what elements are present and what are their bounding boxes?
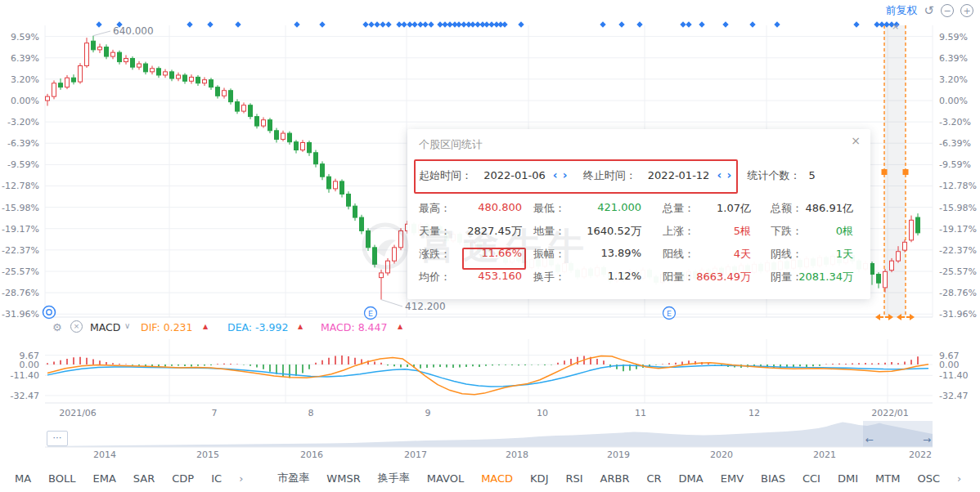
event-dot[interactable] bbox=[853, 21, 859, 27]
toolbar-item-KDJ[interactable]: KDJ bbox=[530, 472, 548, 485]
undo-icon[interactable]: ↺ bbox=[924, 5, 934, 17]
event-dot[interactable] bbox=[96, 21, 101, 27]
svg-text:E: E bbox=[667, 309, 672, 318]
start-next-chevron-icon[interactable]: › bbox=[562, 168, 569, 181]
dea-up-triangle-icon: ▲ bbox=[298, 323, 303, 330]
macd-value: MACD: 8.447 bbox=[321, 321, 387, 333]
stat-value: 11.66% bbox=[424, 247, 522, 259]
event-marker-e[interactable]: E bbox=[365, 307, 377, 320]
toolbar-item-EMV[interactable]: EMV bbox=[721, 472, 744, 485]
timeline-year-label: 2016 bbox=[300, 450, 323, 460]
event-marker-e[interactable]: E bbox=[663, 307, 676, 320]
popup-close-icon[interactable]: × bbox=[851, 134, 861, 147]
toolbar-item-ARBR[interactable]: ARBR bbox=[600, 472, 630, 485]
timeline-selection-right-arrow[interactable]: → bbox=[923, 434, 931, 445]
interval-stats-icon[interactable] bbox=[43, 306, 56, 319]
toolbar-item-MAVOL[interactable]: MAVOL bbox=[427, 472, 464, 485]
toolbar-chevron-icon[interactable]: › bbox=[239, 472, 243, 485]
end-next-chevron-icon[interactable]: › bbox=[726, 168, 732, 181]
toolbar-item-CCI[interactable]: CCI bbox=[802, 472, 820, 485]
stat-value: 2081.34万 bbox=[755, 270, 853, 284]
y-axis-tick: -12.78% bbox=[0, 181, 39, 191]
toolbar-item-CDP[interactable]: CDP bbox=[172, 472, 194, 485]
event-dot[interactable] bbox=[385, 21, 391, 27]
start-prev-chevron-icon[interactable]: ‹ bbox=[552, 168, 559, 181]
toolbar-item-CR[interactable]: CR bbox=[646, 472, 661, 485]
stat-value: 4天 bbox=[653, 247, 751, 262]
toolbar-item-BIAS[interactable]: BIAS bbox=[761, 472, 785, 485]
event-dot[interactable] bbox=[722, 21, 728, 27]
toolbar-item-RSI[interactable]: RSI bbox=[565, 472, 582, 485]
event-dot[interactable] bbox=[749, 21, 755, 27]
event-dot[interactable] bbox=[774, 21, 780, 27]
toolbar-item-IC[interactable]: IC bbox=[211, 472, 222, 485]
x-axis-label: 7 bbox=[212, 408, 218, 418]
event-dot[interactable] bbox=[422, 21, 428, 27]
y-axis-tick: 9.59% bbox=[0, 32, 39, 42]
event-dot[interactable] bbox=[187, 21, 192, 27]
event-dot[interactable] bbox=[235, 21, 241, 27]
toolbar-item-EMA[interactable]: EMA bbox=[93, 472, 116, 485]
y-axis-tick: 3.20% bbox=[0, 74, 39, 85]
event-dot[interactable] bbox=[411, 21, 417, 27]
toolbar-item-MACD[interactable]: MACD bbox=[481, 472, 513, 485]
dif-value: DIF: 0.231 bbox=[141, 321, 193, 333]
toolbar-item-DMA[interactable]: DMA bbox=[679, 472, 704, 485]
zoom-out-icon[interactable]: − bbox=[941, 4, 954, 17]
y-axis-tick: -3.20% bbox=[0, 117, 39, 127]
toolbar-item-市盈率[interactable]: 市盈率 bbox=[277, 471, 309, 485]
chevron-down-icon[interactable]: ∨ bbox=[124, 321, 130, 330]
selection-handle-left[interactable] bbox=[882, 169, 888, 175]
macd-sub-chart[interactable] bbox=[0, 329, 980, 410]
indicator-settings-gear-icon[interactable]: ⚙ bbox=[52, 321, 62, 333]
toolbar-item-MTM[interactable]: MTM bbox=[875, 472, 900, 485]
event-dot[interactable] bbox=[618, 21, 624, 27]
macd-indicator-bar: ⚙ × MACD ∨ DIF: 0.231 ▲ DEA: -3.992 ▲ MA… bbox=[0, 319, 980, 338]
toolbar-item-OSC[interactable]: OSC bbox=[917, 472, 940, 485]
toolbar-chevron-icon[interactable]: › bbox=[957, 472, 961, 485]
zoom-in-icon[interactable]: + bbox=[960, 4, 973, 17]
toolbar-item-SAR[interactable]: SAR bbox=[133, 472, 155, 485]
event-dot[interactable] bbox=[686, 21, 691, 27]
indicator-name[interactable]: MACD bbox=[90, 321, 120, 333]
x-axis-label: 2021/06 bbox=[59, 408, 97, 418]
stock-chart-window: 前复权 ↺ − + ×640.000412.200EE 9.59%6.39%3.… bbox=[0, 0, 980, 492]
toolbar-item-WMSR[interactable]: WMSR bbox=[326, 472, 360, 485]
y-axis-tick: 6.39% bbox=[939, 53, 968, 64]
event-dot[interactable] bbox=[428, 21, 434, 27]
event-dot[interactable] bbox=[518, 21, 524, 27]
event-dot[interactable] bbox=[362, 21, 368, 27]
selection-close-icon[interactable]: × bbox=[892, 21, 899, 32]
stat-value: 421.000 bbox=[543, 201, 641, 213]
event-dot[interactable] bbox=[699, 21, 704, 27]
event-dot[interactable] bbox=[600, 21, 605, 27]
toolbar-item-DMI[interactable]: DMI bbox=[838, 472, 858, 485]
indicator-close-icon[interactable]: × bbox=[70, 320, 83, 333]
chart-top-controls: 前复权 ↺ − + bbox=[885, 3, 973, 18]
toolbar-item-MA[interactable]: MA bbox=[15, 472, 31, 485]
selection-handle-right[interactable] bbox=[903, 169, 909, 175]
timeline-year-label: 2015 bbox=[196, 450, 219, 460]
toolbar-item-BOLL[interactable]: BOLL bbox=[48, 472, 75, 485]
timeline-more-button[interactable]: ⋯ bbox=[47, 431, 68, 446]
event-dot[interactable] bbox=[636, 21, 642, 27]
event-dot[interactable] bbox=[680, 21, 686, 27]
event-dot[interactable] bbox=[501, 21, 507, 27]
y-axis-tick: -22.37% bbox=[939, 245, 977, 256]
timeline-year-label: 2017 bbox=[404, 450, 427, 460]
adjust-mode-link[interactable]: 前复权 bbox=[885, 3, 917, 18]
toolbar-item-换手率[interactable]: 换手率 bbox=[378, 471, 410, 485]
event-dot[interactable] bbox=[207, 21, 213, 27]
event-dot[interactable] bbox=[380, 21, 385, 27]
end-time-value: 2022-01-12 bbox=[648, 169, 710, 181]
navigator-timeline[interactable] bbox=[0, 418, 980, 451]
timeline-year-label: 2019 bbox=[607, 450, 630, 460]
event-dot[interactable] bbox=[294, 21, 299, 27]
event-dot[interactable] bbox=[319, 21, 325, 27]
event-dot[interactable] bbox=[374, 21, 380, 27]
stat-value: 453.160 bbox=[424, 270, 522, 282]
range-selection[interactable] bbox=[875, 25, 915, 320]
event-dot[interactable] bbox=[368, 21, 374, 27]
end-prev-chevron-icon[interactable]: ‹ bbox=[717, 168, 723, 181]
timeline-selection-left-arrow[interactable]: ← bbox=[865, 434, 874, 445]
